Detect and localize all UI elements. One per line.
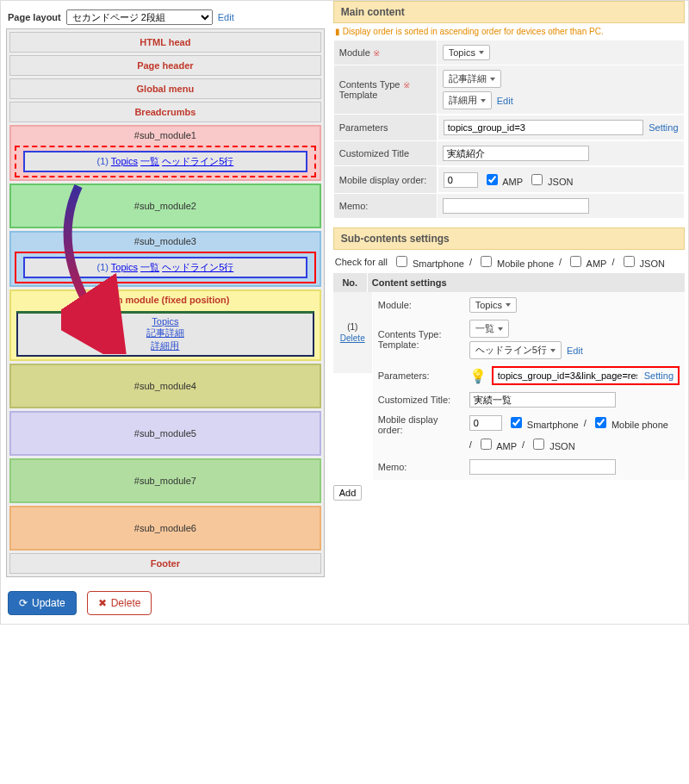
subrow-delete-link[interactable]: Delete: [335, 333, 370, 343]
link-main-tpl[interactable]: 詳細用: [22, 339, 309, 352]
link-list[interactable]: 一覧: [140, 156, 159, 166]
slot-sub-module6[interactable]: #sub_module6: [9, 506, 321, 551]
main-module-block[interactable]: Topics 記事詳細 詳細用: [16, 311, 314, 357]
contents-type-dropdown[interactable]: 記事詳細: [443, 70, 501, 88]
module-dropdown[interactable]: Topics: [443, 45, 490, 60]
edit-layout-link[interactable]: Edit: [218, 12, 234, 22]
slot-sub-module3[interactable]: #sub_module3 (1) Topics 一覧 ヘッドライン5行: [9, 231, 321, 287]
refresh-icon: ⟳: [19, 597, 28, 609]
sub-parameters-setting-link[interactable]: Setting: [641, 370, 677, 381]
page-layout-label: Page layout: [8, 12, 61, 22]
amp-checkbox[interactable]: AMP: [483, 171, 523, 188]
parameters-input[interactable]: [444, 120, 644, 135]
close-icon: ✖: [98, 597, 107, 609]
customized-title-input[interactable]: [443, 146, 589, 161]
subcontent-columns: No. Content settings: [333, 273, 685, 292]
slot-global-menu[interactable]: Global menu: [9, 78, 321, 99]
sub-ct-dropdown[interactable]: 一覧: [469, 320, 509, 338]
page-layout-select[interactable]: セカンドページ 2段組: [66, 9, 213, 25]
slot-sub-module7[interactable]: #sub_module7: [9, 458, 321, 503]
check-all-sp[interactable]: Smartphone: [393, 253, 464, 270]
sub-mp-check[interactable]: Mobile phone: [592, 414, 668, 431]
sub-module-dropdown[interactable]: Topics: [469, 297, 517, 313]
sub-sp-check[interactable]: Smartphone: [507, 414, 579, 431]
module-block-1[interactable]: (1) Topics 一覧 ヘッドライン5行: [23, 151, 307, 172]
slot-footer[interactable]: Footer: [9, 553, 321, 574]
check-all-amp[interactable]: AMP: [567, 253, 606, 270]
sub-json-check[interactable]: JSON: [530, 436, 574, 452]
sub-tpl-dropdown[interactable]: ヘッドライン5行: [469, 341, 562, 359]
add-button[interactable]: Add: [333, 485, 363, 501]
mobile-order-input[interactable]: [444, 172, 478, 188]
check-all-mp[interactable]: Mobile phone: [477, 253, 554, 270]
link-main-detail[interactable]: 記事詳細: [22, 327, 309, 339]
layout-preview: HTML head Page header Global menu Breadc…: [6, 28, 325, 577]
json-checkbox[interactable]: JSON: [528, 171, 573, 188]
highlight-param: Setting: [492, 366, 680, 385]
slot-main-module[interactable]: Main module (fixed position) Topics 記事詳細…: [9, 289, 321, 361]
bulb-icon: 💡: [469, 368, 487, 384]
link-headline-3[interactable]: ヘッドライン5行: [162, 262, 233, 272]
slot-breadcrumbs[interactable]: Breadcrumbs: [9, 102, 321, 122]
sub-ctitle-input[interactable]: [469, 392, 616, 408]
sub-tpl-edit-link[interactable]: Edit: [567, 345, 583, 356]
sub-amp-check[interactable]: AMP: [477, 436, 517, 452]
link-topics[interactable]: Topics: [111, 156, 138, 166]
sub-mdo-input[interactable]: [469, 415, 502, 431]
parameters-setting-link[interactable]: Setting: [649, 122, 678, 133]
highlight-source: (1) Topics 一覧 ヘッドライン5行: [15, 146, 316, 177]
check-all-label: Check for all: [335, 257, 388, 267]
sub-parameters-input[interactable]: [494, 369, 641, 383]
slot-sub-module5[interactable]: #sub_module5: [9, 411, 321, 456]
link-topics-3[interactable]: Topics: [111, 262, 138, 272]
sub-memo-input[interactable]: [469, 459, 616, 475]
main-content-table: Module ※ Topics Contents Type ※Template …: [333, 40, 685, 219]
display-order-note: ▮Display order is sorted in ascending or…: [333, 23, 685, 40]
memo-input[interactable]: [443, 198, 589, 214]
slot-sub-module2[interactable]: #sub_module2: [9, 184, 321, 228]
slot-page-header[interactable]: Page header: [9, 55, 321, 76]
main-content-header: Main content: [333, 1, 685, 23]
delete-button[interactable]: ✖Delete: [87, 591, 152, 615]
highlight-target: (1) Topics 一覧 ヘッドライン5行: [15, 252, 316, 283]
sub-contents-header: Sub-contents settings: [333, 227, 685, 250]
link-main-topics[interactable]: Topics: [22, 316, 309, 327]
link-headline[interactable]: ヘッドライン5行: [162, 156, 233, 166]
link-list-3[interactable]: 一覧: [140, 262, 159, 272]
slot-html-head[interactable]: HTML head: [9, 32, 321, 53]
template-dropdown[interactable]: 詳細用: [443, 91, 492, 109]
template-edit-link[interactable]: Edit: [497, 96, 513, 106]
slot-sub-module1[interactable]: #sub_module1 (1) Topics 一覧 ヘッドライン5行: [9, 125, 321, 181]
update-button[interactable]: ⟳Update: [8, 591, 77, 615]
module-block-3[interactable]: (1) Topics 一覧 ヘッドライン5行: [23, 257, 307, 278]
check-all-json[interactable]: JSON: [620, 253, 665, 270]
subcontent-row-1: (1) Delete Module: Topics Contents Type:…: [333, 292, 685, 480]
slot-sub-module4[interactable]: #sub_module4: [9, 364, 321, 408]
